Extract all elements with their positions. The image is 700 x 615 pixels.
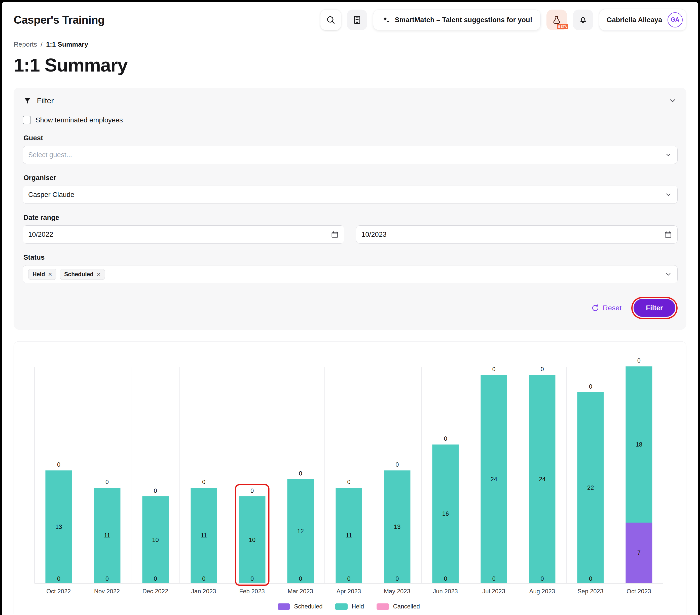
date-from-value: 10/2022: [28, 231, 331, 238]
close-icon[interactable]: ×: [48, 271, 52, 278]
organiser-select[interactable]: Casper Claude: [23, 186, 678, 204]
bar-segment-held[interactable]: 24: [529, 375, 555, 583]
bar-bottom-label: 0: [132, 576, 179, 582]
bar-top-label: 0: [470, 366, 518, 373]
status-tag-scheduled: Scheduled ×: [60, 269, 105, 280]
guest-select[interactable]: Select guest...: [23, 146, 678, 164]
legend-item-held[interactable]: Held: [335, 603, 364, 610]
user-menu[interactable]: Gabriella Alicaya GA: [599, 9, 686, 30]
bar-segment-held[interactable]: 11: [336, 488, 362, 583]
bar-bottom-label: 0: [276, 576, 324, 582]
chart-column: 1600: [421, 367, 470, 583]
chart-column: 1200: [276, 367, 324, 583]
chevron-down-icon: [665, 151, 672, 158]
bar-jul-2023[interactable]: 24: [481, 375, 507, 583]
bar-dec-2022[interactable]: 10: [142, 496, 168, 583]
notifications-button[interactable]: [573, 10, 593, 30]
date-to-value: 10/2023: [361, 231, 664, 238]
legend-label: Held: [352, 603, 364, 610]
bar-segment-held[interactable]: 10: [239, 496, 265, 583]
legend-label: Cancelled: [393, 603, 420, 610]
bar-mar-2023[interactable]: 12: [287, 479, 314, 583]
bar-bottom-label: 0: [470, 576, 518, 582]
sparkle-icon: [382, 15, 390, 24]
bar-jun-2023[interactable]: 16: [433, 444, 459, 583]
bar-sep-2023[interactable]: 22: [577, 392, 604, 583]
reset-label: Reset: [603, 304, 622, 312]
legend-swatch: [335, 603, 348, 610]
breadcrumb-reports[interactable]: Reports: [14, 40, 37, 48]
close-icon[interactable]: ×: [97, 271, 101, 278]
x-axis-label: Jun 2023: [421, 588, 470, 595]
date-to-input[interactable]: 10/2023: [356, 225, 678, 244]
bar-jan-2023[interactable]: 11: [190, 488, 217, 583]
bar-may-2023[interactable]: 13: [384, 470, 410, 583]
x-axis-label: Sep 2023: [566, 588, 615, 595]
bar-segment-scheduled[interactable]: 7: [626, 522, 652, 583]
bar-bottom-label: 0: [228, 576, 276, 582]
bell-icon: [578, 15, 588, 24]
bar-top-label: 0: [518, 366, 566, 373]
bar-aug-2023[interactable]: 24: [529, 375, 555, 583]
reset-icon: [591, 304, 599, 312]
labs-button[interactable]: BETA: [547, 10, 567, 30]
show-terminated-checkbox[interactable]: [23, 116, 31, 124]
reset-button[interactable]: Reset: [591, 304, 622, 312]
bar-top-label: 0: [373, 462, 421, 468]
bar-segment-held[interactable]: 16: [433, 444, 459, 583]
bar-segment-held[interactable]: 11: [94, 488, 120, 583]
status-select[interactable]: Held × Scheduled ×: [23, 265, 678, 284]
x-axis-label: Feb 2023: [228, 588, 276, 595]
breadcrumb-separator: /: [41, 40, 42, 48]
chart-column: 2400: [470, 367, 518, 583]
chart-column: 2200: [566, 367, 615, 583]
bar-oct-2022[interactable]: 13: [46, 470, 72, 583]
bar-bottom-label: 0: [83, 576, 131, 582]
bar-feb-2023[interactable]: 10: [239, 496, 265, 583]
annotation-highlight-filter-button: Filter: [631, 297, 678, 319]
bar-oct-2023[interactable]: 187: [626, 367, 652, 583]
status-tag-scheduled-label: Scheduled: [64, 271, 93, 278]
bar-segment-held[interactable]: 10: [142, 496, 168, 583]
user-name: Gabriella Alicaya: [607, 16, 662, 24]
bar-top-label: 0: [615, 357, 663, 364]
organisation-button[interactable]: [347, 10, 367, 30]
bar-bottom-label: 0: [566, 576, 615, 582]
bar-segment-held[interactable]: 18: [626, 367, 652, 522]
chart-column: 1100: [324, 367, 373, 583]
bar-segment-held[interactable]: 24: [481, 375, 507, 583]
bar-top-label: 0: [132, 488, 179, 494]
bar-segment-held[interactable]: 13: [46, 470, 72, 583]
bar-segment-held[interactable]: 11: [190, 488, 217, 583]
organiser-value: Casper Claude: [28, 190, 665, 199]
chevron-down-icon: [665, 191, 672, 198]
date-range-row: 10/2022 10/2023: [23, 225, 678, 244]
bar-segment-held[interactable]: 12: [287, 479, 314, 583]
filter-panel-header[interactable]: Filter: [23, 95, 678, 107]
legend-label: Scheduled: [294, 603, 323, 610]
bar-apr-2023[interactable]: 11: [336, 488, 362, 583]
smartmatch-button[interactable]: SmartMatch – Talent suggestions for you!: [373, 10, 541, 30]
chevron-down-icon[interactable]: [668, 97, 677, 105]
date-range-label: Date range: [23, 213, 678, 222]
status-tag-held: Held ×: [28, 269, 57, 280]
date-from-input[interactable]: 10/2022: [23, 225, 344, 244]
legend-item-scheduled[interactable]: Scheduled: [278, 603, 323, 610]
legend-item-cancelled[interactable]: Cancelled: [377, 603, 420, 610]
filter-actions: Reset Filter: [23, 297, 678, 319]
search-button[interactable]: [321, 10, 341, 30]
bar-top-label: 0: [83, 479, 131, 485]
x-axis-label: Mar 2023: [276, 588, 324, 595]
x-axis-label: Apr 2023: [324, 588, 373, 595]
filter-panel: Filter Show terminated employees Guest S…: [14, 88, 686, 330]
bar-segment-held[interactable]: 22: [577, 392, 604, 583]
guest-placeholder: Select guest...: [28, 151, 665, 159]
bar-top-label: 0: [422, 435, 470, 442]
bar-top-label: 0: [180, 479, 228, 485]
bar-bottom-label: 0: [422, 576, 470, 582]
filter-button[interactable]: Filter: [634, 299, 676, 317]
bar-segment-held[interactable]: 13: [384, 470, 410, 583]
filter-panel-title: Filter: [37, 97, 54, 105]
bar-nov-2022[interactable]: 11: [94, 488, 120, 583]
bar-bottom-label: 0: [518, 576, 566, 582]
